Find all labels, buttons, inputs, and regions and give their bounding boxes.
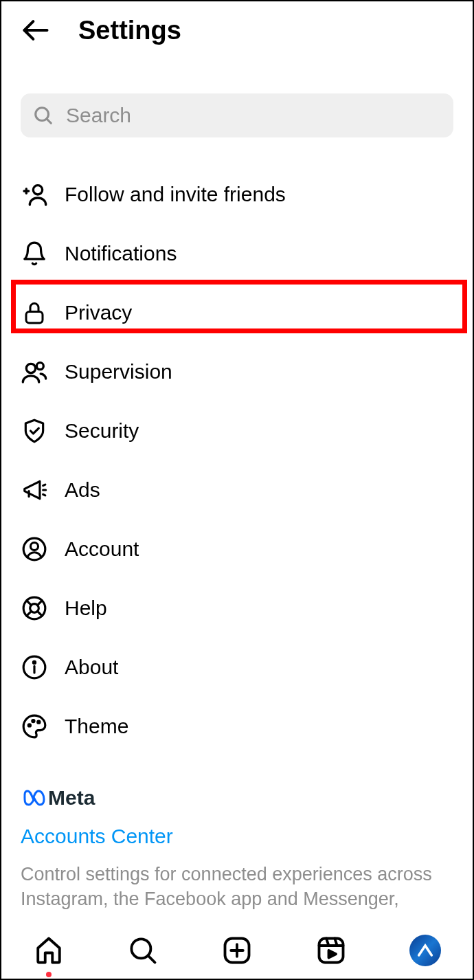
menu-label: Follow and invite friends	[65, 183, 286, 206]
menu-item-theme[interactable]: Theme	[21, 697, 453, 756]
menu-label: Help	[65, 597, 107, 620]
menu-item-privacy[interactable]: Privacy	[21, 283, 453, 342]
svg-line-17	[37, 611, 42, 616]
bell-icon	[21, 240, 48, 267]
svg-point-3	[33, 186, 42, 194]
nav-search[interactable]	[126, 933, 160, 968]
svg-point-13	[30, 543, 38, 550]
svg-point-23	[28, 724, 30, 726]
svg-line-2	[47, 119, 51, 123]
plus-square-icon	[223, 936, 251, 965]
shield-icon	[21, 417, 48, 445]
search-icon	[33, 105, 54, 126]
svg-marker-35	[329, 950, 337, 958]
svg-rect-6	[26, 312, 43, 324]
svg-point-24	[32, 720, 34, 722]
svg-point-25	[38, 721, 40, 723]
svg-line-11	[43, 494, 45, 495]
menu-label: Notifications	[65, 242, 177, 265]
bottom-nav	[1, 917, 473, 979]
menu-item-follow-invite[interactable]: Follow and invite friends	[21, 165, 453, 224]
menu-label: Supervision	[65, 360, 172, 383]
search-icon	[128, 936, 157, 965]
arrow-left-icon	[21, 15, 51, 45]
add-user-icon	[21, 181, 48, 208]
menu-label: Ads	[65, 478, 100, 502]
home-icon	[34, 936, 63, 965]
svg-point-7	[26, 364, 35, 372]
people-icon	[21, 358, 48, 386]
accounts-center-link[interactable]: Accounts Center	[21, 825, 453, 848]
search-input[interactable]	[66, 104, 441, 127]
svg-line-27	[148, 956, 155, 963]
menu-item-notifications[interactable]: Notifications	[21, 224, 453, 283]
menu-item-supervision[interactable]: Supervision	[21, 342, 453, 401]
svg-line-9	[43, 485, 45, 486]
avatar-icon	[409, 935, 441, 966]
nav-create[interactable]	[220, 933, 254, 968]
menu-label: Security	[65, 419, 139, 443]
svg-line-19	[27, 611, 32, 616]
nav-reels[interactable]	[314, 933, 348, 968]
meta-text: Meta	[48, 786, 95, 810]
lifebuoy-icon	[21, 594, 48, 622]
svg-point-8	[36, 363, 43, 370]
svg-line-16	[27, 601, 32, 605]
user-circle-icon	[21, 535, 48, 563]
menu-label: About	[65, 656, 118, 679]
search-bar[interactable]	[21, 93, 453, 137]
menu-item-security[interactable]: Security	[21, 401, 453, 460]
menu-item-help[interactable]: Help	[21, 579, 453, 638]
lock-icon	[21, 299, 48, 326]
palette-icon	[21, 713, 48, 740]
meta-logo-icon	[21, 788, 45, 808]
svg-point-22	[33, 661, 35, 663]
notification-dot	[46, 972, 52, 977]
reels-icon	[317, 936, 346, 965]
menu-label: Account	[65, 537, 139, 561]
menu-label: Theme	[65, 715, 128, 738]
page-title: Settings	[78, 16, 181, 45]
menu-label: Privacy	[65, 301, 132, 324]
back-button[interactable]	[21, 15, 51, 45]
nav-home[interactable]	[32, 933, 66, 968]
meta-brand: Meta	[21, 786, 453, 810]
svg-line-18	[37, 601, 42, 605]
nav-profile[interactable]	[408, 933, 442, 968]
info-icon	[21, 654, 48, 681]
megaphone-icon	[21, 476, 48, 504]
menu-item-account[interactable]: Account	[21, 520, 453, 579]
menu-item-about[interactable]: About	[21, 638, 453, 697]
menu-item-ads[interactable]: Ads	[21, 460, 453, 520]
